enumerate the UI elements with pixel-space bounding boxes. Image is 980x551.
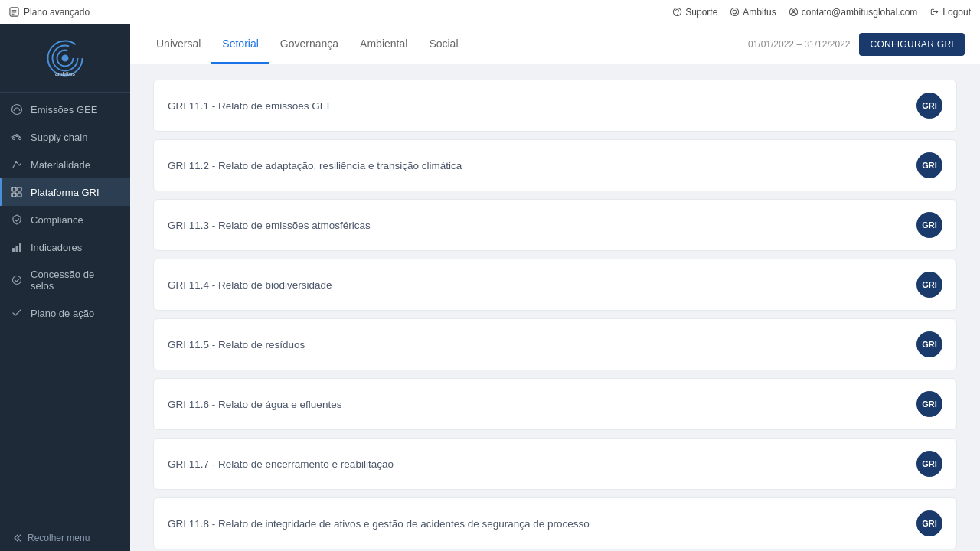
collapse-menu[interactable]: Recolher menu xyxy=(0,525,130,551)
email-icon xyxy=(789,7,799,17)
gri-item[interactable]: GRI 11.2 - Relato de adaptação, resiliên… xyxy=(153,139,957,191)
collapse-label: Recolher menu xyxy=(28,533,90,543)
svg-point-15 xyxy=(62,55,69,62)
supply-chain-icon xyxy=(11,131,23,143)
gri-item[interactable]: GRI 11.6 - Relato de água e efluentes GR… xyxy=(153,378,957,430)
svg-rect-22 xyxy=(18,187,21,191)
topbar-plan: Plano avançado xyxy=(9,7,90,18)
email-link[interactable]: contato@ambitusglobal.com xyxy=(789,7,918,18)
tab-universal[interactable]: Universal xyxy=(145,25,211,64)
main-layout: ambitus Emissões GEE Supply chain xyxy=(0,24,980,551)
svg-text:ambitus: ambitus xyxy=(55,71,75,77)
sidebar-label-compliance: Compliance xyxy=(31,214,83,226)
svg-rect-24 xyxy=(18,193,21,197)
sidebar-label-indicadores: Indicadores xyxy=(31,242,82,253)
gri-badge: GRI xyxy=(916,391,942,417)
plano-acao-icon xyxy=(11,307,23,319)
topbar-right: Suporte Ambitus contato@ambitusglobal.co… xyxy=(672,7,971,18)
gri-badge: GRI xyxy=(916,451,942,477)
gri-list-area: GRI 11.1 - Relato de emissões GEE GRI GR… xyxy=(130,64,980,551)
tab-governanca[interactable]: Governança xyxy=(270,25,349,64)
emissoes-icon xyxy=(11,103,23,116)
sidebar-divider xyxy=(0,92,130,93)
ambitus-icon xyxy=(730,7,740,17)
logout-label: Logout xyxy=(942,7,971,18)
gri-item-label: GRI 11.7 - Relato de encerramento e reab… xyxy=(168,458,394,470)
plan-icon xyxy=(9,7,19,17)
indicadores-icon xyxy=(11,241,23,253)
gri-item-label: GRI 11.3 - Relato de emissões atmosféric… xyxy=(168,220,371,231)
svg-point-20 xyxy=(19,138,21,140)
tab-social[interactable]: Social xyxy=(418,25,469,64)
content-area: Universal Setorial Governança Ambiental … xyxy=(130,24,980,551)
svg-rect-27 xyxy=(19,243,21,252)
gri-item-label: GRI 11.5 - Relato de resíduos xyxy=(168,339,305,350)
nav-tabs: Universal Setorial Governança Ambiental … xyxy=(130,24,980,64)
materialidade-icon xyxy=(11,158,23,171)
plataforma-gri-icon xyxy=(11,186,23,198)
svg-point-9 xyxy=(792,10,795,12)
sidebar-item-concessao-selos[interactable]: Concessão de selos xyxy=(0,261,130,299)
sidebar-label-materialidade: Materialidade xyxy=(31,159,90,171)
collapse-icon xyxy=(11,533,21,543)
gri-item[interactable]: GRI 11.8 - Relato de integridade de ativ… xyxy=(153,497,957,549)
svg-point-7 xyxy=(733,10,737,14)
topbar: Plano avançado Suporte Ambitus contat xyxy=(0,0,980,24)
gri-badge: GRI xyxy=(916,93,942,119)
logout-icon xyxy=(929,7,939,17)
sidebar-item-supply-chain[interactable]: Supply chain xyxy=(0,123,130,151)
gri-item[interactable]: GRI 11.7 - Relato de encerramento e reab… xyxy=(153,438,957,490)
svg-point-28 xyxy=(13,276,21,285)
tabs-right: 01/01/2022 – 31/12/2022 CONFIGURAR GRI xyxy=(748,33,965,56)
sidebar-label-emissoes-gee: Emissões GEE xyxy=(31,104,97,116)
ambitus-link[interactable]: Ambitus xyxy=(730,7,776,18)
svg-point-18 xyxy=(13,138,15,140)
sidebar-item-materialidade[interactable]: Materialidade xyxy=(0,151,130,178)
logo: ambitus xyxy=(0,24,130,89)
gri-item-label: GRI 11.2 - Relato de adaptação, resiliên… xyxy=(168,160,462,171)
gri-item[interactable]: GRI 11.5 - Relato de resíduos GRI xyxy=(153,318,957,370)
date-range: 01/01/2022 – 31/12/2022 xyxy=(748,39,850,50)
sidebar-item-emissoes-gee[interactable]: Emissões GEE xyxy=(0,96,130,123)
gri-badge: GRI xyxy=(916,152,942,178)
gri-item[interactable]: GRI 11.3 - Relato de emissões atmosféric… xyxy=(153,199,957,251)
email-label: contato@ambitusglobal.com xyxy=(802,7,918,18)
tab-ambiental[interactable]: Ambiental xyxy=(349,25,418,64)
plan-label: Plano avançado xyxy=(24,7,90,18)
sidebar-label-plano-acao: Plano de ação xyxy=(31,308,94,319)
sidebar: ambitus Emissões GEE Supply chain xyxy=(0,24,130,551)
gri-badge: GRI xyxy=(916,510,942,536)
support-label: Suporte xyxy=(685,7,717,18)
ambitus-label: Ambitus xyxy=(743,7,776,18)
gri-item[interactable]: GRI 11.1 - Relato de emissões GEE GRI xyxy=(153,80,957,132)
ambitus-logo: ambitus xyxy=(42,35,88,81)
sidebar-label-supply-chain: Supply chain xyxy=(31,132,87,143)
svg-rect-21 xyxy=(12,187,16,191)
svg-rect-25 xyxy=(12,248,15,252)
gri-badge: GRI xyxy=(916,331,942,357)
tabs-left: Universal Setorial Governança Ambiental … xyxy=(145,25,469,63)
sidebar-label-concessao-selos: Concessão de selos xyxy=(31,269,119,292)
support-icon xyxy=(672,7,682,17)
gri-badge: GRI xyxy=(916,272,942,298)
sidebar-item-compliance[interactable]: Compliance xyxy=(0,206,130,233)
gri-item-label: GRI 11.6 - Relato de água e efluentes xyxy=(168,399,341,410)
tab-setorial[interactable]: Setorial xyxy=(211,25,269,64)
gri-item-label: GRI 11.1 - Relato de emissões GEE xyxy=(168,100,334,112)
gri-item[interactable]: GRI 11.4 - Relato de biodiversidade GRI xyxy=(153,259,957,311)
gri-item-label: GRI 11.4 - Relato de biodiversidade xyxy=(168,279,332,291)
sidebar-label-plataforma-gri: Plataforma GRI xyxy=(31,187,100,198)
svg-rect-23 xyxy=(12,193,16,197)
sidebar-item-plano-acao[interactable]: Plano de ação xyxy=(0,299,130,327)
logout-link[interactable]: Logout xyxy=(929,7,971,18)
svg-rect-26 xyxy=(16,246,18,252)
configure-gri-button[interactable]: CONFIGURAR GRI xyxy=(859,33,965,56)
concessao-icon xyxy=(11,274,23,286)
svg-point-5 xyxy=(677,14,678,15)
sidebar-item-plataforma-gri[interactable]: Plataforma GRI xyxy=(0,178,130,206)
support-link[interactable]: Suporte xyxy=(672,7,717,18)
svg-point-6 xyxy=(731,8,739,15)
sidebar-item-indicadores[interactable]: Indicadores xyxy=(0,233,130,261)
gri-badge: GRI xyxy=(916,212,942,238)
compliance-icon xyxy=(11,214,23,226)
